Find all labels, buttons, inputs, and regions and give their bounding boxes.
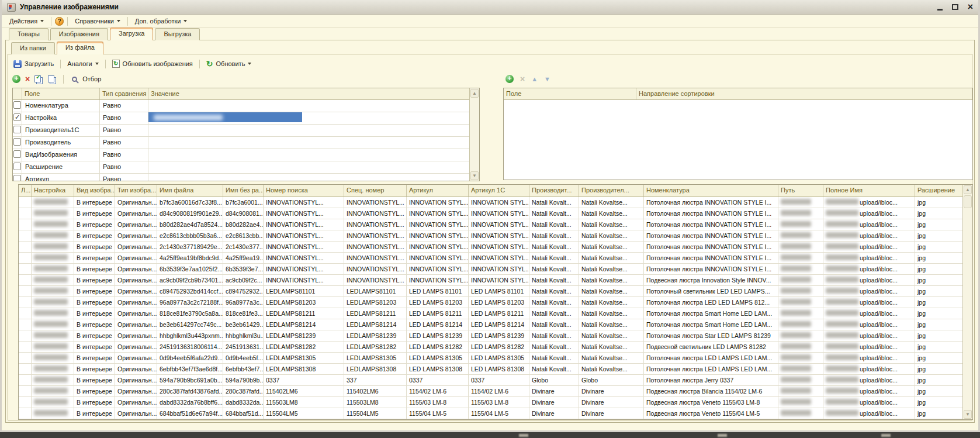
cell[interactable]: jpg — [915, 197, 964, 208]
cell[interactable]: LED LAMPS 81305 — [407, 353, 469, 363]
cell[interactable] — [32, 264, 74, 274]
cell[interactable]: c894752932bd414ccf... — [157, 286, 223, 296]
tab-goods[interactable]: Товары — [9, 28, 49, 40]
cell[interactable]: 115503LM8 — [344, 397, 407, 408]
tab-load[interactable]: Загрузка — [110, 27, 153, 40]
column-header[interactable]: Производител... — [579, 185, 644, 196]
cell[interactable] — [778, 230, 823, 241]
cell[interactable] — [19, 386, 32, 396]
tab-from-folder[interactable]: Из папки — [11, 42, 55, 54]
cell[interactable]: LEDLAMPS81282 — [264, 342, 344, 352]
cell[interactable]: LED LAMPS 81308 — [407, 364, 469, 374]
cell[interactable]: В интерьере — [74, 330, 115, 341]
cell[interactable]: jpg — [915, 397, 964, 408]
cell[interactable] — [778, 397, 823, 408]
cell[interactable]: Natali Kovalt... — [529, 208, 579, 219]
cell[interactable]: Natali Kovalt... — [529, 197, 579, 208]
cell[interactable]: LED LAMPS 81101 — [407, 286, 469, 296]
cell[interactable]: INNOVATIONSTYL... — [264, 208, 344, 219]
cell[interactable]: 818ce81fe3... — [223, 308, 264, 319]
column-header[interactable]: Путь — [778, 185, 823, 196]
column-header[interactable]: Артикул 1С — [469, 185, 529, 196]
cell[interactable]: Natali Kovaltse... — [579, 208, 644, 219]
cell[interactable]: В интерьере — [74, 264, 115, 274]
cell[interactable]: Оригинальн... — [115, 253, 157, 263]
cell[interactable]: Подвесной светильник LED LAMPS 81282 — [644, 342, 778, 352]
copy-icon[interactable] — [48, 75, 54, 82]
cell[interactable]: В интерьере — [74, 253, 115, 263]
cell[interactable] — [32, 275, 74, 285]
close-button[interactable]: × — [968, 4, 973, 11]
cell[interactable]: Оригинальн... — [115, 364, 157, 374]
cell[interactable]: Оригинальн... — [115, 219, 157, 230]
cell[interactable]: 6ebfbb43ef7... — [223, 364, 264, 374]
table-row[interactable]: В интерьереОригинальн...be3eb614297cc749… — [19, 319, 972, 330]
cell[interactable]: Подвесная люстра Veneto 1155/03 LM-8 — [644, 397, 778, 408]
cell[interactable]: jpg — [915, 264, 964, 274]
cell[interactable]: 115504LM5 — [264, 408, 344, 419]
cell[interactable] — [778, 197, 823, 208]
cell[interactable]: LEDLAMPS81211 — [344, 308, 407, 319]
cell[interactable]: INNOVATION STYL... — [407, 275, 469, 285]
filter-field-cell[interactable]: Расширение — [22, 161, 100, 173]
cell[interactable]: Natali Kovaltse... — [579, 219, 644, 230]
menu-actions[interactable]: Действия — [6, 16, 47, 26]
cell[interactable]: Оригинальн... — [115, 408, 157, 419]
cell[interactable]: INNOVATIONSTYL... — [264, 197, 344, 208]
filter-field-cell[interactable]: Настройка — [22, 112, 100, 124]
cell[interactable] — [32, 208, 74, 219]
cell[interactable]: Natali Kovalt... — [529, 308, 579, 319]
cell[interactable]: Потолочная люстра INNOVATION STYLE I... — [644, 230, 778, 241]
cell[interactable]: 818ce81fe3790c5a8a... — [157, 308, 223, 319]
filter-scrollbar[interactable]: ▲ ▼ — [469, 88, 479, 181]
cell[interactable]: LEDLAMPS81211 — [264, 308, 344, 319]
cell[interactable] — [778, 330, 823, 341]
cell[interactable]: В интерьере — [74, 397, 115, 408]
cell[interactable]: Потолочная люстра Star LED LAMPS 81239 — [644, 330, 778, 341]
cell[interactable] — [19, 342, 32, 352]
refresh-button[interactable]: Обновить — [205, 59, 254, 68]
filter-checkbox[interactable] — [13, 175, 21, 181]
cell[interactable]: INNOVATION STYL... — [407, 197, 469, 208]
cell[interactable]: Divinare — [579, 408, 644, 419]
add-row-button[interactable] — [12, 75, 20, 83]
cell[interactable] — [778, 353, 823, 363]
cell[interactable]: 1155/03 LM-8 — [407, 397, 469, 408]
cell[interactable] — [32, 342, 74, 352]
cell[interactable]: Divinare — [529, 386, 579, 396]
cell[interactable]: Потолочная люстра Smart Home LED LAM... — [644, 319, 778, 330]
cell[interactable]: LEDLAMPS81308 — [264, 364, 344, 374]
cell[interactable] — [778, 319, 823, 330]
cell[interactable]: 115402LM6 — [264, 386, 344, 396]
cell[interactable]: Natali Kovaltse... — [579, 253, 644, 263]
cell[interactable] — [778, 375, 823, 385]
cell[interactable]: Natali Kovalt... — [529, 219, 579, 230]
cell[interactable]: upload/ibloc... — [823, 275, 915, 285]
cell[interactable]: Потолочный светильник LED LED LAMPS... — [644, 286, 778, 296]
cell[interactable]: b7fc3a6001... — [223, 197, 264, 208]
cell[interactable]: upload/ibloc... — [823, 253, 915, 263]
column-header[interactable]: Имя файла — [157, 185, 223, 196]
table-row[interactable]: В интерьереОригинальн...d84c9080819f901e… — [19, 208, 972, 219]
cell[interactable]: LED LAMPS 81211 — [407, 308, 469, 319]
cell[interactable]: jpg — [915, 242, 964, 252]
cell[interactable]: Потолочная люстра LED LED LAMPS 812... — [644, 297, 778, 308]
cell[interactable]: Natali Kovaltse... — [579, 330, 644, 341]
cell[interactable]: jpg — [915, 253, 964, 263]
cell[interactable]: 1154/02 LM-6 — [407, 386, 469, 396]
cell[interactable]: 0d9b4eeb5f... — [223, 353, 264, 363]
cell[interactable]: Natali Kovaltse... — [579, 319, 644, 330]
table-row[interactable]: В интерьереОригинальн...e2c8613cbbb05b3a… — [19, 230, 972, 242]
cell[interactable] — [32, 386, 74, 396]
cell[interactable]: 0337 — [264, 375, 344, 385]
cell[interactable]: jpg — [915, 230, 964, 241]
filter-value-cell[interactable] — [148, 174, 470, 181]
cell[interactable]: Подвесная люстра Innovation Style INNOV.… — [644, 275, 778, 285]
cell[interactable]: be3eb61429... — [223, 319, 264, 330]
cell[interactable]: 1154/02 LM-6 — [469, 386, 529, 396]
cell[interactable]: upload/ibloc... — [823, 319, 915, 330]
cell[interactable]: LED LAMPS 81282 — [407, 342, 469, 352]
filter-value-cell[interactable] — [148, 137, 470, 149]
menu-catalogs[interactable]: Справочники — [71, 16, 124, 26]
sort-grid-body[interactable] — [504, 100, 972, 180]
